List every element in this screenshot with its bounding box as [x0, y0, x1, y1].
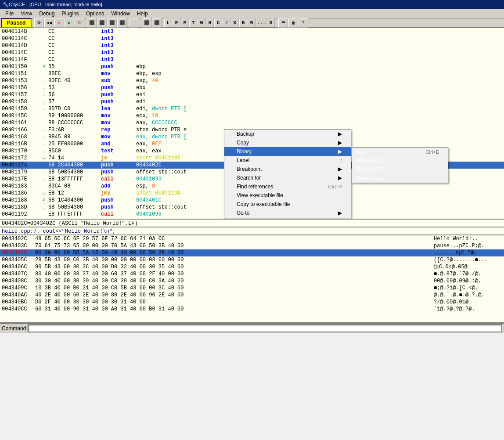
hex-row[interactable]: 0043403C 70 61 75 73 65 00 00 00 70 5A 4… [0, 242, 504, 249]
command-bar: Command [0, 323, 504, 333]
toolbar-run[interactable]: ▶ [65, 18, 74, 28]
toolbar-letter-T[interactable]: T [189, 18, 197, 27]
toolbar-back[interactable]: ◀◀ [44, 18, 54, 28]
ctx-copy[interactable]: Copy ▶ [224, 138, 351, 147]
toolbar-help[interactable]: ? [299, 18, 308, 28]
hex-row[interactable]: 0043406C 90 5B 43 00 30 3C 40 00 D0 32 4… [0, 263, 504, 270]
hex-row[interactable]: 004340CC 60 31 40 00 90 31 40 00 A0 31 4… [0, 306, 504, 313]
toolbar-step2[interactable]: ⬛ [97, 18, 107, 28]
hex-row[interactable]: 0043405C 28 5B 43 00 C0 3B 40 00 00 00 0… [0, 256, 504, 263]
toolbar-grid[interactable]: ▦ [288, 18, 298, 28]
command-input[interactable] [28, 325, 502, 332]
menu-plugins[interactable]: Plugins [58, 10, 83, 18]
ctx-copy-exec[interactable]: Copy to executable file [224, 200, 351, 209]
title-bar: 🔧 OllyICE - [CPU - main thread, module h… [0, 0, 504, 9]
toolbar-misc2[interactable]: ⬛ [152, 18, 162, 28]
ctx-label[interactable]: Label : [224, 156, 351, 165]
hex-row[interactable]: 0043407C 80 40 00 00 38 37 40 00 60 37 4… [0, 270, 504, 278]
toolbar-step1[interactable]: ⬛ [87, 18, 97, 28]
submenu-fill-00[interactable]: Fill with 00's [352, 156, 448, 165]
command-label: Command [2, 325, 26, 332]
toolbar-stop[interactable]: ✕ [54, 18, 64, 28]
menu-view[interactable]: View [17, 10, 36, 18]
ctx-find-refs[interactable]: Find references Ctrl+R [224, 182, 351, 191]
context-menu-overlay: Backup ▶ Copy ▶ Binary ▶ Edit [0, 28, 504, 219]
toolbar-letter-H[interactable]: H [206, 18, 214, 27]
binary-submenu[interactable]: Edit Ctrl+E Fill with 00's Fill with FF'… [352, 147, 448, 183]
submenu-edit[interactable]: Edit Ctrl+E [352, 148, 448, 156]
menu-help[interactable]: Help [133, 10, 151, 18]
title-icon: 🔧 [3, 2, 9, 7]
hex-row[interactable]: 0043409C 10 3B 40 00 B0 31 40 00 C0 5B 4… [0, 285, 504, 292]
hex-row[interactable]: 0043408C 30 30 40 00 30 39 40 00 C0 39 4… [0, 278, 504, 285]
menu-file[interactable]: File [2, 10, 17, 18]
toolbar-step3[interactable]: ⬛ [107, 18, 117, 28]
toolbar-letter-E[interactable]: E [173, 18, 180, 27]
hex-row[interactable]: 0043402C 48 65 6C 6C 6F 20 57 6F 72 6C 6… [0, 235, 504, 242]
toolbar-letter-B[interactable]: B [239, 18, 247, 27]
source-line: hello.cpp:7. cout<<"Hello World!\n"; [0, 227, 504, 235]
hex-row[interactable]: 004340AC 40 2E 40 00 60 2E 40 00 80 2E 4… [0, 292, 504, 299]
hex-panel[interactable]: 0043402C 48 65 6C 6C 6F 20 57 6F 72 6C 6… [0, 235, 504, 323]
context-menu[interactable]: Backup ▶ Copy ▶ Binary ▶ Edit [224, 129, 351, 220]
title-text: OllyICE - [CPU - main thread, module hel… [9, 2, 102, 7]
ctx-sep1 [224, 218, 351, 219]
ctx-search-for[interactable]: Search for ▶ [224, 173, 351, 182]
toolbar-misc1[interactable]: ⬛ [142, 18, 151, 28]
toolbar-arrow[interactable]: → [130, 18, 139, 28]
toolbar-letter-R[interactable]: R [248, 18, 256, 27]
menu-window[interactable]: Window [108, 10, 133, 18]
toolbar: Paused ⟳ ◀◀ ✕ ▶ ⏸ ⬛ ⬛ ⬛ ⬛ → ⬛ ⬛ L E M T … [0, 18, 504, 28]
ctx-goto[interactable]: Go to ▶ [224, 209, 351, 217]
toolbar-step4[interactable]: ⬛ [117, 18, 127, 28]
status-paused-label: Paused [1, 18, 32, 28]
toolbar-letter-slash[interactable]: / [223, 18, 230, 27]
toolbar-letter-dots[interactable]: ... [256, 18, 266, 27]
menu-debug[interactable]: Debug [36, 10, 58, 18]
ctx-view-exec[interactable]: View executable file [224, 191, 351, 200]
disasm-panel[interactable]: 0040114B CC int3 0040114C CC int3 004011… [0, 28, 504, 220]
main-area: 0040114B CC int3 0040114C CC int3 004011… [0, 28, 504, 333]
hex-row[interactable]: 004340BC D0 2F 40 00 30 30 40 00 30 31 4… [0, 299, 504, 306]
menu-options[interactable]: Options [83, 10, 108, 18]
toolbar-letter-W[interactable]: W [198, 18, 205, 27]
menu-bar: File View Debug Plugins Options Window H… [0, 9, 504, 18]
ctx-backup[interactable]: Backup ▶ [224, 130, 351, 138]
ctx-breakpoint[interactable]: Breakpoint ▶ [224, 165, 351, 173]
toolbar-pause[interactable]: ⏸ [75, 18, 84, 28]
toolbar-restart[interactable]: ⟳ [34, 18, 44, 28]
toolbar-list[interactable]: ☰ [278, 18, 288, 28]
toolbar-letter-K[interactable]: K [231, 18, 239, 27]
toolbar-letter-L[interactable]: L [164, 18, 172, 27]
submenu-binary-copy[interactable]: Binary copy [352, 174, 448, 183]
submenu-fill-ff[interactable]: Fill with FF's [352, 165, 448, 174]
toolbar-letter-M[interactable]: M [181, 18, 189, 27]
toolbar-letter-C[interactable]: C [214, 18, 222, 27]
toolbar-letter-S[interactable]: S [267, 18, 275, 27]
hex-row-selected[interactable]: 0043404C 00 00 00 00 D8 5A 43 00 49 43 0… [0, 249, 504, 256]
ctx-binary[interactable]: Binary ▶ Edit Ctrl+E Fill with 00's Fill… [224, 147, 351, 156]
status-line: 0043402C=0043402C (ASCII "Hello World!",… [0, 220, 504, 227]
